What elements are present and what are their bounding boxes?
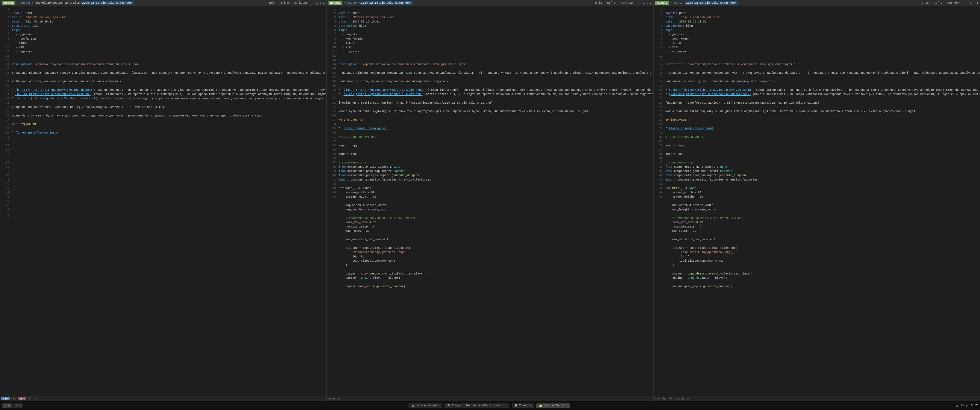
pane3-filepath: 2024-02-19-vim-colors.markdown xyxy=(686,2,922,5)
pane-2: NORMAL ⌥ master /2024-02-19-vim-colors.m… xyxy=(327,0,654,401)
tray-icon-3: ⊕ xyxy=(966,404,967,407)
pane2-statusbar: NORMAL ⌥ master /2024-02-19-vim-colors.m… xyxy=(327,0,653,6)
tray-icon-1: ▲ xyxy=(956,404,960,408)
pane3-mode-badge: NORMAL xyxy=(655,1,669,5)
taskbar-app-tmux-label: tmux — konsole xyxy=(415,404,439,407)
pane1-vim-pos: 2 : 1f xyxy=(29,397,39,400)
taskbar-app-search[interactable]: 🔍 Пошук і Англійсько-Україньска... xyxy=(444,404,509,408)
pane2-code: --- layout: post title: 'Класні кольори … xyxy=(337,6,653,396)
pane1-line-numbers: 12345 678910 1112131415 1617181920 21222… xyxy=(0,6,10,396)
taskbar-app-tokodon[interactable]: 🐘 Tokodon xyxy=(512,404,534,408)
taskbar-time: 19:17 xyxy=(969,404,978,407)
pane3-line-numbers: 12345 678910 1112131415 1617181920 21222… xyxy=(654,6,664,396)
pane1-content: 12345 678910 1112131415 1617181920 21222… xyxy=(0,6,326,396)
editor-area: NORMAL ⌥ master /home/cloud/Documents/dr… xyxy=(0,0,980,401)
tray-icon-2: Ca xyxy=(961,404,965,407)
pane2-branch: ⌥ master xyxy=(344,1,358,5)
pane3-statusbar: NORMAL ⌥ master 2024-02-19-vim-colors.ma… xyxy=(654,0,980,6)
pane2-line-numbers: 12345 678910 1112131415 1617181920 21222… xyxy=(327,6,337,396)
taskbar-right: ▲ Ca ⊕ 19:17 xyxy=(956,404,978,408)
pane3-fileinfo: unix · utf-8 · markdown 1 : 1 xyxy=(922,2,978,5)
taskbar-app-dolphin-icon: 📁 xyxy=(539,404,542,407)
taskbar-vim-btn-1[interactable]: vim xyxy=(2,404,12,408)
taskbar: vim vim 🖥 tmux — konsole 🔍 Пошук і Англі… xyxy=(0,401,980,410)
pane3-branch: ⌥ master xyxy=(671,1,684,5)
pane1-vim-ssh: ssh xyxy=(18,397,27,400)
pane2-filepath: /2024-02-19-vim-colors.markdown xyxy=(359,2,595,5)
taskbar-app-tokodon-icon: 🐘 xyxy=(514,404,518,407)
taskbar-app-search-icon: 🔍 xyxy=(447,404,451,407)
pane2-content: 12345 678910 1112131415 1617181920 21222… xyxy=(327,6,653,396)
pane1-branch: ⌥ master xyxy=(17,1,31,5)
pane1-filepath: /home/cloud/Documents/drafts/2024-02-19-… xyxy=(32,2,268,5)
pane2-vim-status: main.py xyxy=(327,396,653,401)
pane-3: NORMAL ⌥ master 2024-02-19-vim-colors.ma… xyxy=(654,0,980,401)
pane1-mode-badge: NORMAL xyxy=(2,1,15,5)
tray-icons: ▲ Ca ⊕ xyxy=(956,404,967,408)
pane1-vim-mode: vim xyxy=(1,397,10,400)
pane3-vim-info: /usr/bin/env python3 xyxy=(655,397,689,400)
pane2-mode-badge: NORMAL xyxy=(328,1,342,5)
taskbar-vim-btn-2[interactable]: vim xyxy=(13,404,23,408)
taskbar-left: vim vim xyxy=(2,404,23,408)
taskbar-center: 🖥 tmux — konsole 🔍 Пошук і Англійсько-Ук… xyxy=(23,404,956,408)
pane1-code: --- layout: post title: 'Класні кольори … xyxy=(10,6,326,396)
pane1-vim-status: vim vim ssh 2 : 1f xyxy=(0,396,326,401)
pane2-fileinfo: unix · utf-8 · markdown 1 : 1 xyxy=(595,2,652,5)
taskbar-app-dolphin-label: temp – Dolphin xyxy=(544,404,568,407)
pane3-content: 12345 678910 1112131415 1617181920 21222… xyxy=(654,6,980,396)
pane3-code: --- layout: post title: 'Класні кольори … xyxy=(664,6,980,396)
pane1-statusbar: NORMAL ⌥ master /home/cloud/Documents/dr… xyxy=(0,0,326,6)
taskbar-app-search-label: Пошук і Англійсько-Україньска... xyxy=(452,404,506,407)
pane-1: NORMAL ⌥ master /home/cloud/Documents/dr… xyxy=(0,0,327,401)
pane2-vim-info: main.py xyxy=(328,397,340,400)
pane1-fileinfo: unix · utf-8 · markdown 1 : 1 xyxy=(268,2,325,5)
taskbar-app-tmux[interactable]: 🖥 tmux — konsole xyxy=(409,404,442,408)
taskbar-app-tmux-icon: 🖥 xyxy=(411,404,414,407)
pane1-vim-label: vim xyxy=(11,397,16,400)
taskbar-app-dolphin[interactable]: 📁 temp – Dolphin xyxy=(536,404,570,408)
taskbar-app-tokodon-label: Tokodon xyxy=(519,404,531,407)
pane3-vim-status: /usr/bin/env python3 xyxy=(654,396,980,401)
